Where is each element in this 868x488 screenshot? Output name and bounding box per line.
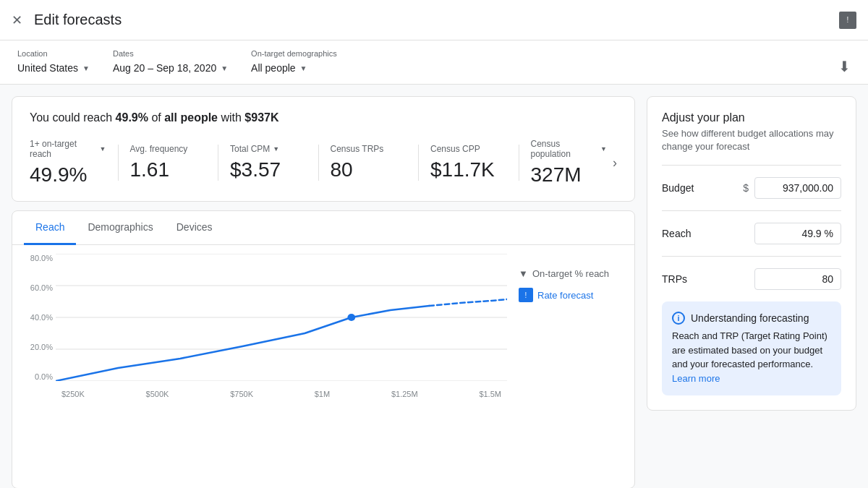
chart-sidebar: ▼ On-target % reach ! Rate forecast [507,268,623,398]
chart-tab[interactable]: Demographics [76,211,164,245]
metric-chevron-icon: ▼ [600,145,607,153]
trps-label: TRPs [662,273,749,285]
metric-label: 1+ on-target reach ▼ [30,139,106,159]
budget-row: Budget $ [662,177,841,199]
metric-value: $11.7K [430,158,507,181]
metrics-row: 1+ on-target reach ▼ 49.9% Avg. frequenc… [30,139,617,187]
reach-label: Reach [662,228,749,239]
y-axis-label: 80.0% [24,254,56,262]
metric-label: Census population ▼ [531,139,608,159]
chart-tabs: ReachDemographicsDevices [12,211,634,245]
metric-item: 1+ on-target reach ▼ 49.9% [30,139,106,187]
dates-label: Dates [113,49,228,58]
legend-chevron-icon: ▼ [519,268,528,279]
reach-input[interactable] [754,223,841,244]
metric-value: 80 [331,158,407,181]
metric-item: Census population ▼ 327M [531,139,608,187]
dates-chevron-icon: ▼ [221,64,228,72]
x-axis-label: $250K [61,390,85,398]
next-arrow-icon[interactable]: › [613,155,617,171]
x-axis-label: $1M [315,390,330,398]
y-axis-label: 0.0% [24,372,56,381]
info-box: i Understanding forecasting Reach and TR… [662,301,841,395]
info-box-title: i Understanding forecasting [672,312,831,325]
learn-more-link[interactable]: Learn more [672,373,720,384]
trps-row: TRPs [662,268,841,290]
right-panel: Adjust your plan See how different budge… [647,96,856,411]
chart-svg [56,254,507,381]
chart-card: ReachDemographicsDevices 80.0%60.0%40.0%… [12,210,635,488]
x-axis-label: $750K [230,390,253,398]
budget-label: Budget [662,182,737,194]
reach-value: 49.9% [116,111,148,124]
download-button[interactable]: ⬇ [838,58,851,75]
y-axis-label: 20.0% [24,343,56,351]
metric-label: Total CPM ▼ [230,144,307,154]
divider-1 [662,165,841,166]
metric-value: 49.9% [30,163,106,187]
filter-bar-right: ⬇ [838,58,851,75]
panel-header: Adjust your plan See how different budge… [662,111,841,153]
y-axis-label: 60.0% [24,283,56,292]
demographics-label: On-target demographics [251,49,337,58]
chart-legend-button[interactable]: ▼ On-target % reach [519,268,609,279]
info-box-text: Reach and TRP (Target Rating Point) are … [672,329,831,385]
x-axis-label: $500K [146,390,169,398]
budget-prefix: $ [743,182,749,194]
chart-svg-wrapper [56,254,507,381]
demographics-chevron-icon: ▼ [300,64,307,72]
chart-point [347,314,355,321]
rate-forecast-icon: ! [519,288,533,302]
info-icon: i [672,312,685,325]
metric-value: 327M [531,163,608,187]
metric-label: Census CPP [430,144,507,154]
divider-3 [662,256,841,257]
rate-forecast-button[interactable]: ! Rate forecast [519,288,593,302]
metric-value: $3.57 [230,158,307,181]
metric-label: Census TRPs [331,144,407,154]
chart-tab[interactable]: Devices [165,211,224,245]
metric-chevron-icon: ▼ [100,145,106,153]
left-panel: You could reach 49.9% of all people with… [12,96,635,488]
close-icon[interactable]: ✕ [12,12,22,28]
x-axis-label: $1.25M [391,390,418,398]
audience-value: all people [164,111,218,124]
metric-chevron-icon: ▼ [273,145,279,153]
demographics-filter: On-target demographics All people ▼ [251,49,337,75]
metric-label: Avg. frequency [130,144,207,154]
trps-input[interactable] [754,268,841,290]
metric-divider [318,145,319,181]
panel-title: Adjust your plan [662,111,841,124]
summary-headline: You could reach 49.9% of all people with… [30,111,617,124]
chart-main: 80.0%60.0%40.0%20.0%0.0% [24,254,507,398]
summary-card: You could reach 49.9% of all people with… [12,96,635,202]
main-content: You could reach 49.9% of all people with… [0,85,868,488]
location-select[interactable]: United States ▼ [17,61,90,75]
metric-divider [418,145,419,181]
location-chevron-icon: ▼ [82,64,90,72]
budget-input[interactable] [754,177,841,199]
chart-area: 80.0%60.0%40.0%20.0%0.0% [12,245,634,404]
metric-item: Avg. frequency 1.61 [130,144,207,181]
metric-divider [118,145,119,181]
filter-bar: Location United States ▼ Dates Aug 20 – … [0,40,868,85]
reach-row: Reach [662,223,841,244]
app-bar-right: ! [839,12,856,29]
metric-item: Census TRPs 80 [331,144,407,181]
feedback-flag-icon[interactable]: ! [839,12,856,29]
dates-select[interactable]: Aug 20 – Sep 18, 2020 ▼ [113,61,228,75]
metric-value: 1.61 [130,158,207,181]
page-title: Edit forecasts [34,12,122,28]
x-axis: $250K$500K$750K$1M$1.25M$1.5M [56,390,507,398]
location-filter: Location United States ▼ [17,49,90,75]
chart-tab[interactable]: Reach [24,211,76,245]
metric-divider [519,145,519,181]
metric-item: Census CPP $11.7K [430,144,507,181]
panel-subtitle: See how different budget allocations may… [662,127,841,153]
x-axis-label: $1.5M [479,390,501,398]
demographics-select[interactable]: All people ▼ [251,61,337,75]
metric-divider [218,145,218,181]
y-axis: 80.0%60.0%40.0%20.0%0.0% [24,254,56,381]
dates-filter: Dates Aug 20 – Sep 18, 2020 ▼ [113,49,228,75]
budget-value: $937K [244,111,278,124]
